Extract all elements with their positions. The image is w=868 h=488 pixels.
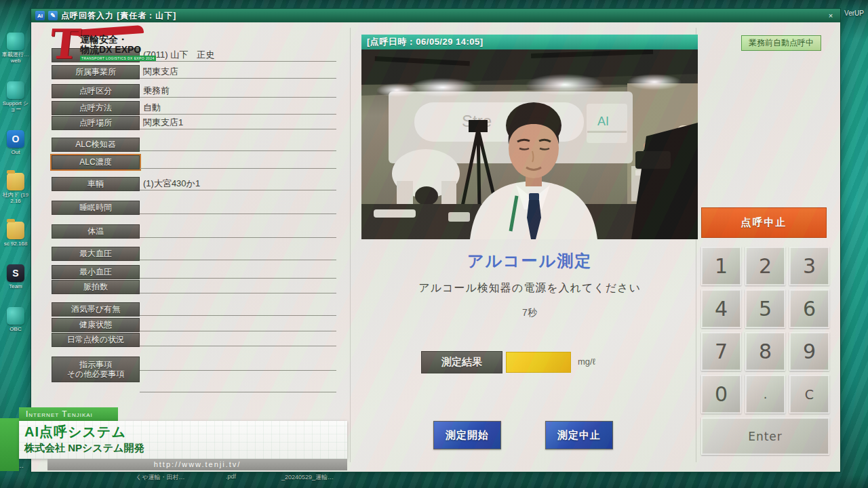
rollcall-cancel-button[interactable]: 点呼中止 — [701, 207, 827, 238]
keypad-enter-button[interactable]: Enter — [701, 418, 829, 455]
desktop-icon-obc[interactable]: OBC — [1, 307, 31, 332]
outlook-icon: O — [7, 130, 24, 148]
field-label: 点呼場所 — [52, 116, 140, 130]
file-label[interactable]: _20240529_運輸… — [281, 473, 334, 482]
folder-icon — [7, 173, 24, 190]
alcohol-panel-title: アルコール測定 — [361, 250, 698, 272]
keypad-key-5[interactable]: 5 — [745, 289, 785, 328]
field-label: 点呼方法 — [52, 101, 140, 115]
logo-line1: 運輸安全・ — [80, 35, 156, 45]
field-underline — [140, 278, 336, 279]
result-unit: mg/ℓ — [578, 357, 595, 367]
desktop-icon-onboard-app[interactable]: 車載運行…web — [1, 33, 31, 64]
desktop-icon-verup-label[interactable]: VerUP — [844, 9, 864, 17]
desktop: 車載運行…web Support ショー O Out 社内ド (192.16 s… — [0, 0, 868, 488]
keypad-key-dot[interactable]: . — [745, 375, 785, 413]
overlay-system-title: AI点呼システム — [24, 423, 347, 441]
divider — [350, 28, 351, 462]
measure-stop-button[interactable]: 測定中止 — [545, 421, 613, 449]
rollcall-method-field[interactable]: 自動 — [143, 102, 334, 114]
field-underline — [140, 331, 336, 331]
edit-icon: ✎ — [48, 11, 58, 20]
keypad-key-8[interactable]: 8 — [745, 332, 785, 371]
desktop-icon-label: Support ショー — [1, 100, 31, 113]
keypad-key-3[interactable]: 3 — [789, 247, 829, 285]
file-label[interactable]: くや運輸・田村… — [136, 473, 184, 482]
file-label[interactable]: .pdf — [226, 473, 236, 480]
auto-rollcall-status-button[interactable]: 業務前自動点呼中 — [741, 35, 821, 51]
form-row-alc-detector: ALC検知器 — [52, 138, 336, 152]
window-body: T 運輸安全・ 物流DX EXPO TRANSPORT LOGISTICS DX… — [31, 22, 840, 472]
logo-t: T — [48, 24, 83, 64]
form-row-drinking: 酒気帯び有無 — [52, 302, 336, 317]
window-titlebar: AI ✎ 点呼回答入力 [責任者：山下] × — [31, 9, 840, 22]
alcohol-instruction: アルコール検知器の電源を入れてください — [361, 281, 698, 296]
keypad-key-clear[interactable]: C — [789, 375, 829, 413]
field-underline — [140, 293, 336, 293]
keypad-key-2[interactable]: 2 — [745, 247, 785, 285]
rollcall-type-field[interactable]: 乗務前 — [143, 85, 334, 97]
field-underline — [140, 97, 336, 98]
app-icon — [7, 33, 24, 50]
keypad-key-4[interactable]: 4 — [701, 289, 741, 328]
field-label: 健康状態 — [52, 318, 140, 332]
overlay-badge: Internet Tenjikai — [19, 407, 118, 421]
field-underline — [140, 114, 336, 115]
form-row-body-temp: 体温 — [52, 224, 336, 239]
field-underline — [140, 190, 336, 190]
desktop-icon-outlook[interactable]: O Out — [1, 130, 31, 155]
desktop-icon-sc-folder[interactable]: sc 92.168 — [1, 222, 31, 247]
field-label: 睡眠時間 — [52, 201, 140, 215]
field-label: 日常点検の状況 — [52, 333, 140, 347]
folder-icon — [7, 222, 24, 239]
field-underline — [140, 392, 336, 392]
desktop-icon-support[interactable]: Support ショー — [1, 81, 31, 113]
numeric-keypad: 1 2 3 4 5 6 7 8 9 0 . C Enter — [701, 247, 829, 455]
rollcall-window: AI ✎ 点呼回答入力 [責任者：山下] × T 運輸安全・ 物流DX EXPO… — [31, 8, 841, 472]
desktop-icon-label: 社内ド (192.16 — [1, 192, 31, 204]
field-underline — [140, 78, 336, 79]
field-label: ALC検知器 — [52, 138, 140, 152]
field-underline — [140, 260, 336, 260]
field-underline — [140, 370, 336, 371]
rollcall-datetime-bar: [点呼日時：06/05/29 14:05] — [361, 35, 698, 49]
window-title: 点呼回答入力 [責任者：山下] — [61, 10, 822, 22]
form-row-bp-min: 最小血圧 — [52, 265, 336, 280]
logo-line3: TRANSPORT LOGISTICS DX EXPO 2024 — [80, 56, 156, 61]
form-row-instructions: 指示事項 その他必要事項 — [52, 357, 336, 394]
driver-name-field[interactable]: (7011) 山下 正史 — [143, 49, 334, 61]
field-label: 酒気帯び有無 — [52, 302, 140, 317]
keypad-key-6[interactable]: 6 — [789, 289, 829, 328]
field-label: 最小血圧 — [52, 265, 140, 279]
desktop-icon-label: 車載運行…web — [1, 52, 31, 64]
keypad-key-9[interactable]: 9 — [789, 332, 829, 371]
form-row-rollcall-place: 点呼場所 関東支店1 — [52, 116, 336, 131]
camera-feed: Stre AI — [361, 49, 698, 239]
overlay-company-name: 株式会社 NPシステム開発 — [24, 441, 347, 455]
support-icon — [7, 81, 24, 99]
field-label: 脈拍数 — [52, 280, 140, 294]
office-field[interactable]: 関東支店 — [143, 66, 334, 78]
overlay-info-panel: AI点呼システム 株式会社 NPシステム開発 — [19, 421, 347, 459]
form-row-health: 健康状態 — [52, 318, 336, 333]
field-underline — [140, 129, 336, 129]
keypad-key-1[interactable]: 1 — [701, 247, 741, 285]
field-label: 体温 — [52, 224, 140, 239]
desktop-icon-shared-folder[interactable]: 社内ド (192.16 — [1, 173, 31, 204]
video-scene: Stre AI — [361, 49, 698, 239]
form-row-sleep-time: 睡眠時間 — [52, 201, 336, 216]
keypad-key-7[interactable]: 7 — [701, 332, 741, 371]
overlay-green-strip — [0, 418, 19, 471]
desktop-icon-teamviewer[interactable]: S Team — [1, 264, 31, 289]
overlay-url-bar: http://www.tenji.tv/ — [47, 459, 347, 470]
result-value-box — [506, 352, 571, 373]
field-label: 車輌 — [52, 177, 140, 191]
form-row-rollcall-type: 点呼区分 乗務前 — [52, 84, 336, 99]
measure-start-button[interactable]: 測定開始 — [433, 421, 501, 449]
field-label: 最大血圧 — [52, 247, 140, 261]
field-label-line2: その他必要事項 — [67, 369, 125, 379]
rollcall-place-field[interactable]: 関東支店1 — [143, 117, 334, 129]
vehicle-field[interactable]: (1)大宮430か1 — [143, 178, 334, 190]
keypad-key-0[interactable]: 0 — [701, 375, 741, 413]
close-icon[interactable]: × — [825, 12, 836, 20]
